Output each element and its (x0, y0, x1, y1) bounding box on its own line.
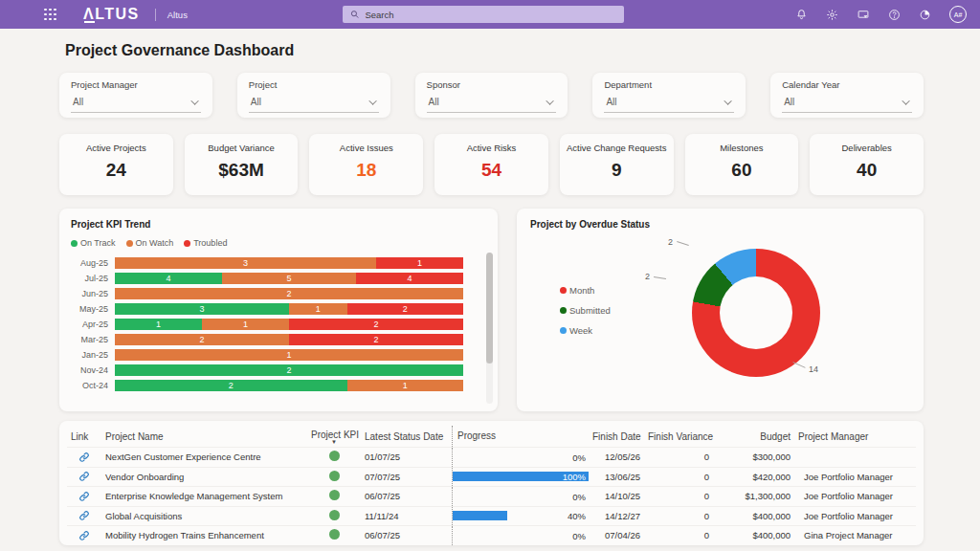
bar-segment-on-watch[interactable]: 5 (222, 273, 356, 284)
chart-scrollbar-thumb[interactable] (486, 253, 493, 364)
bar-segment-troubled[interactable]: 2 (289, 334, 463, 345)
link-cell[interactable] (67, 491, 101, 502)
avatar[interactable]: A# (949, 6, 967, 23)
bar-segment-on-watch[interactable]: 2 (115, 288, 463, 299)
donut-chart[interactable] (692, 249, 820, 377)
latest-status-date: 11/11/24 (361, 511, 452, 521)
bar-segment-on-watch[interactable]: 1 (347, 380, 463, 391)
filter-label: Sponsor (427, 79, 557, 90)
legend-item-month[interactable]: Month (560, 285, 611, 296)
legend-item-on-track[interactable]: On Track (71, 238, 116, 248)
table-row[interactable]: NextGen Customer Experience Centre 01/07… (67, 447, 916, 467)
column-header-latest-status-date[interactable]: Latest Status Date (361, 431, 452, 442)
help-icon[interactable] (888, 9, 901, 21)
table-row[interactable]: Mobility Hydrogen Trains Enhancement 06/… (67, 525, 916, 545)
presentation-icon[interactable] (857, 9, 870, 21)
link-cell[interactable] (67, 452, 101, 463)
column-header-finish-date[interactable]: Finish Date (589, 431, 644, 442)
bar-stack: 21 (115, 380, 463, 391)
latest-status-date: 01/07/25 (361, 452, 452, 462)
bar-stack: 1 (115, 349, 463, 361)
column-header-project-name[interactable]: Project Name (101, 431, 307, 442)
column-header-budget[interactable]: Budget (713, 431, 794, 442)
bar-stack: 22 (115, 334, 463, 345)
kpi-trend-plot: Aug-25 31 Jul-25 454 Jun-25 2 May-25 312… (71, 257, 486, 391)
table-row[interactable]: Vendor Onboarding 07/07/25 100% 13/06/25… (67, 467, 916, 487)
progress-cell: 100% (452, 468, 589, 487)
bar-segment-on-watch[interactable]: 2 (115, 334, 289, 345)
filter-dropdown[interactable]: All (604, 97, 734, 113)
bar-segment-on-track[interactable]: 1 (115, 319, 202, 330)
filter-dropdown[interactable]: All (71, 97, 201, 113)
bar-segment-on-watch[interactable]: 1 (289, 303, 347, 315)
kpi-card-active-risks[interactable]: Active Risks 54 (434, 134, 548, 195)
kpi-value: 9 (612, 160, 622, 181)
chart-scrollbar[interactable] (486, 253, 493, 404)
column-header-project-manager[interactable]: Project Manager (794, 431, 916, 442)
link-cell[interactable] (67, 471, 101, 482)
link-icon[interactable] (78, 510, 90, 521)
link-icon[interactable] (78, 471, 90, 482)
category-label: Mar-25 (71, 335, 115, 344)
kpi-card-active-issues[interactable]: Active Issues 18 (309, 134, 423, 195)
column-header-finish-variance[interactable]: Finish Variance (644, 431, 713, 442)
legend-item-on-watch[interactable]: On Watch (126, 238, 174, 248)
link-cell[interactable] (67, 530, 101, 541)
legend-item-troubled[interactable]: Troubled (184, 238, 227, 248)
filter-dropdown[interactable]: All (782, 97, 912, 113)
category-label: Nov-24 (71, 365, 115, 375)
bar-segment-troubled[interactable]: 4 (356, 273, 463, 284)
bar-segment-on-track[interactable]: 4 (115, 273, 222, 284)
legend-item-submitted[interactable]: Submitted (560, 305, 611, 316)
link-cell[interactable] (67, 510, 101, 521)
bar-segment-troubled[interactable]: 2 (289, 319, 463, 330)
column-header-link[interactable]: Link (67, 431, 101, 442)
legend-item-week[interactable]: Week (560, 325, 611, 336)
app-launcher-waffle-icon[interactable] (44, 9, 56, 21)
bar-stack: 31 (115, 257, 463, 269)
filter-dropdown[interactable]: All (249, 97, 379, 113)
latest-status-date: 07/07/25 (361, 472, 452, 482)
progress-cell: 0% (452, 487, 589, 506)
bar-segment-troubled[interactable]: 2 (347, 303, 463, 315)
settings-gear-icon[interactable] (826, 9, 838, 21)
kpi-value: 60 (731, 160, 751, 181)
project-kpi-cell (307, 510, 361, 522)
link-icon[interactable] (78, 452, 90, 463)
link-icon[interactable] (78, 491, 90, 502)
table-row[interactable]: Global Acquisitions 11/11/24 40% 14/12/2… (67, 506, 916, 526)
kpi-card-milestones[interactable]: Milestones 60 (685, 134, 799, 195)
link-icon[interactable] (78, 530, 90, 541)
column-header-progress[interactable]: Progress (452, 426, 589, 447)
search-box[interactable] (343, 6, 624, 23)
filter-selected-value: All (251, 97, 261, 107)
filter-dropdown[interactable]: All (427, 97, 557, 113)
category-label: Jul-25 (71, 274, 115, 283)
notifications-bell-icon[interactable] (795, 9, 808, 21)
category-label: Apr-25 (71, 320, 115, 329)
bar-segment-on-track[interactable]: 2 (115, 380, 347, 391)
kpi-card-budget-variance[interactable]: Budget Variance $63M (185, 134, 299, 195)
kpi-label: Active Change Requests (567, 143, 667, 153)
bar-segment-on-watch[interactable]: 1 (115, 349, 463, 361)
altus-logo[interactable]: ΛLTUS (83, 6, 140, 23)
bar-segment-on-track[interactable]: 2 (115, 364, 463, 376)
category-label: Aug-25 (71, 258, 115, 268)
search-input[interactable] (365, 10, 616, 20)
table-row[interactable]: Enterprise Knowledge Management System 0… (67, 486, 916, 506)
kpi-card-active-change-requests[interactable]: Active Change Requests 9 (560, 134, 674, 195)
column-header-project-kpi[interactable]: Project KPI▼ (307, 430, 361, 444)
project-name: Global Acquisitions (101, 511, 307, 521)
filter-sponsor: Sponsor All (415, 73, 568, 118)
kpi-card-deliverables[interactable]: Deliverables 40 (810, 134, 924, 195)
latest-status-date: 06/07/25 (361, 530, 452, 540)
shapes-icon[interactable] (919, 9, 931, 21)
bar-segment-troubled[interactable]: 1 (376, 257, 463, 269)
kpi-card-active-projects[interactable]: Active Projects 24 (59, 134, 173, 195)
bar-segment-on-watch[interactable]: 3 (115, 257, 376, 269)
legend-dot (560, 307, 567, 314)
bar-segment-on-track[interactable]: 3 (115, 303, 289, 315)
finish-variance: 0 (644, 491, 713, 501)
status-dot-green (329, 451, 340, 461)
bar-segment-on-watch[interactable]: 1 (202, 319, 289, 330)
